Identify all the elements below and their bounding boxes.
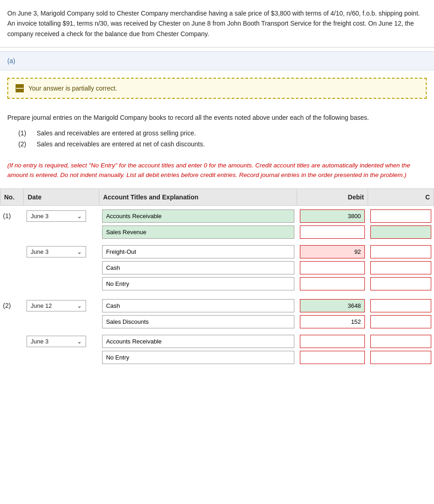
date-select-june3-3[interactable]: June 3 ⌄ <box>27 336 86 347</box>
spacer <box>0 330 434 333</box>
debit-input-3648[interactable] <box>300 299 365 312</box>
debit-input-sr[interactable] <box>300 225 365 239</box>
spacer <box>0 292 434 295</box>
debit-input-noentry-2[interactable] <box>300 351 365 364</box>
debit-cell-3800 <box>297 205 368 224</box>
date-select-june3-1[interactable]: June 3 ⌄ <box>27 210 86 222</box>
item-num-2: (2) <box>18 140 29 148</box>
debit-input-cash-1[interactable] <box>300 261 365 274</box>
credit-input-cash-1[interactable] <box>370 261 431 274</box>
debit-input-92[interactable] <box>300 245 365 258</box>
col-header-credit: C <box>368 188 434 205</box>
account-input-sales-revenue[interactable] <box>102 225 294 239</box>
col-header-debit: Debit <box>297 188 368 205</box>
credit-input-sr[interactable] <box>370 225 431 239</box>
table-row <box>0 276 434 292</box>
date-cell-1: June 3 ⌄ <box>24 205 99 224</box>
account-input-noentry-2[interactable] <box>102 351 294 364</box>
credit-input-1[interactable] <box>370 209 431 223</box>
credit-input-ar-2[interactable] <box>370 335 431 348</box>
account-input-noentry-1[interactable] <box>102 277 294 290</box>
table-row <box>0 260 434 276</box>
table-row <box>0 349 434 365</box>
col-header-date: Date <box>24 188 99 205</box>
account-cell-ar <box>99 205 297 224</box>
divider-1 <box>0 47 434 48</box>
debit-input-noentry-1[interactable] <box>300 277 365 290</box>
table-row: (2) June 12 ⌄ <box>0 295 434 314</box>
item-text-2: Sales and receivables are entered at net… <box>37 140 205 148</box>
date-select-june3-2[interactable]: June 3 ⌄ <box>27 246 86 257</box>
credit-input-cash-2[interactable] <box>370 299 431 312</box>
intro-text: On June 3, Marigold Company sold to Ches… <box>0 0 434 43</box>
numbered-items: (1) Sales and receivables are entered at… <box>0 127 434 154</box>
col-header-account: Account Titles and Explanation <box>99 188 297 205</box>
italic-instruction: (If no entry is required, select "No Ent… <box>0 154 434 187</box>
numbered-item-1: (1) Sales and receivables are entered at… <box>18 129 427 137</box>
credit-input-freight[interactable] <box>370 245 431 258</box>
table-row <box>0 224 434 240</box>
debit-input-152[interactable] <box>300 315 365 328</box>
prepare-text: Prepare journal entries on the Marigold … <box>0 106 434 126</box>
intro-paragraph: On June 3, Marigold Company sold to Ches… <box>7 10 420 38</box>
col-header-no: No. <box>0 188 24 205</box>
item-text-1: Sales and receivables are entered at gro… <box>37 129 196 137</box>
account-input-cash-2[interactable] <box>102 299 294 312</box>
numbered-item-2: (2) Sales and receivables are entered at… <box>18 140 427 148</box>
section-label-a: (a) <box>0 51 434 70</box>
credit-input-noentry-1[interactable] <box>370 277 431 290</box>
debit-input-3800[interactable] <box>300 209 365 223</box>
entry-group-1: (1) <box>0 205 24 224</box>
minus-icon: — <box>16 84 24 92</box>
credit-input-noentry-2[interactable] <box>370 351 431 364</box>
account-input-sales-discounts[interactable] <box>102 315 294 328</box>
journal-table: No. Date Account Titles and Explanation … <box>0 188 434 365</box>
table-row: June 3 ⌄ <box>0 244 434 260</box>
table-row: June 3 ⌄ <box>0 333 434 349</box>
credit-input-discounts[interactable] <box>370 315 431 328</box>
account-input-cash-1[interactable] <box>102 261 294 274</box>
account-input-ar-2[interactable] <box>102 335 294 348</box>
table-row <box>0 314 434 330</box>
credit-cell-empty-1 <box>368 205 434 224</box>
partial-correct-banner: — Your answer is partially correct. <box>7 78 427 99</box>
item-num-1: (1) <box>18 129 29 137</box>
date-select-june12[interactable]: June 12 ⌄ <box>27 300 86 311</box>
table-row: (1) June 3 ⌄ <box>0 205 434 224</box>
account-input-freight[interactable] <box>102 245 294 258</box>
banner-text: Your answer is partially correct. <box>28 85 117 92</box>
debit-input-ar-2[interactable] <box>300 335 365 348</box>
account-input-ar[interactable] <box>102 209 294 223</box>
spacer <box>0 240 434 244</box>
